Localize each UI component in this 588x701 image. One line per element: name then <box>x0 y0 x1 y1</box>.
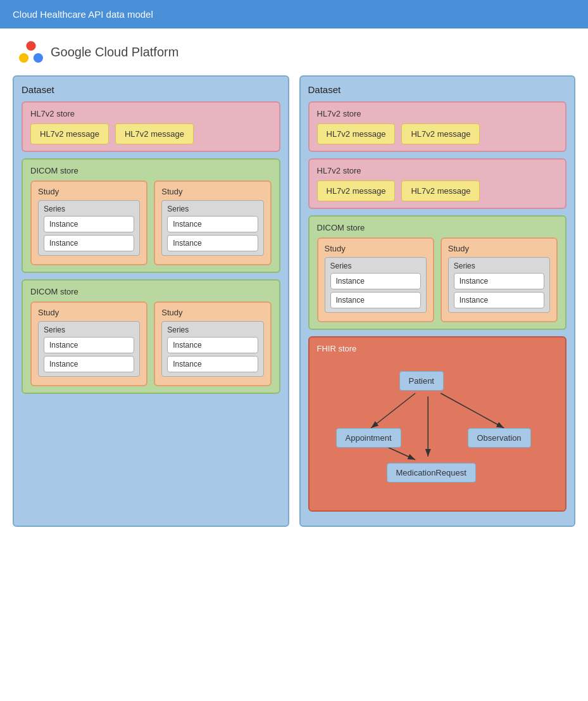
main-content: Dataset HL7v2 store HL7v2 message HL7v2 … <box>0 75 588 540</box>
left-hl7-store: HL7v2 store HL7v2 message HL7v2 message <box>22 101 280 152</box>
gcp-title: Google Cloud Platform <box>51 45 178 60</box>
left-dicom-store-2: DICOM store Study Series Instance Instan… <box>22 279 280 394</box>
right-study-1-label: Study <box>325 244 427 253</box>
left-instance-1-2-1: Instance <box>167 216 258 232</box>
right-instance-1-1: Instance <box>330 273 421 289</box>
left-hl7-store-label: HL7v2 store <box>30 109 272 118</box>
left-hl7-messages: HL7v2 message HL7v2 message <box>30 123 272 144</box>
right-instance-2-2: Instance <box>454 292 544 308</box>
left-hl7-message-2: HL7v2 message <box>115 123 194 144</box>
svg-line-5 <box>441 393 504 428</box>
right-series-1-label: Series <box>330 262 421 270</box>
left-dataset-label: Dataset <box>22 84 280 95</box>
left-dicom-store-2-label: DICOM store <box>30 287 272 296</box>
fhir-node-patient: Patient <box>399 371 444 391</box>
svg-point-1 <box>19 53 28 63</box>
right-dicom-store: DICOM store Study Series Instance Instan… <box>308 215 567 330</box>
left-instance-2-1-2: Instance <box>44 356 134 372</box>
right-hl7-message-1-2: HL7v2 message <box>401 123 480 144</box>
fhir-store: FHIR store <box>308 336 567 512</box>
left-instance-1-1-1: Instance <box>44 216 134 232</box>
left-instance-2-2-1: Instance <box>167 337 258 353</box>
right-dataset-label: Dataset <box>308 84 567 95</box>
right-series-1: Series Instance Instance <box>325 257 427 313</box>
left-series-1-1-label: Series <box>44 205 134 213</box>
left-study-2-1: Study Series Instance Instance <box>30 301 147 386</box>
fhir-store-label: FHIR store <box>317 344 558 353</box>
left-study-1-1: Study Series Instance Instance <box>30 180 147 265</box>
svg-point-2 <box>34 53 43 63</box>
right-study-2-label: Study <box>448 244 550 253</box>
right-hl7-store-1-label: HL7v2 store <box>317 109 558 118</box>
right-dicom-store-studies: Study Series Instance Instance Study Ser… <box>317 237 558 322</box>
right-hl7-store-2: HL7v2 store HL7v2 message HL7v2 message <box>308 158 567 209</box>
svg-line-4 <box>371 393 415 428</box>
fhir-diagram: Patient Appointment Observation Medicati… <box>317 358 558 504</box>
left-series-2-2: Series Instance Instance <box>161 321 263 377</box>
top-bar: Cloud Healthcare API data model <box>0 0 588 28</box>
left-instance-1-2-2: Instance <box>167 235 258 251</box>
left-study-2-1-label: Study <box>38 308 140 317</box>
left-series-1-1: Series Instance Instance <box>38 200 140 256</box>
right-dataset: Dataset HL7v2 store HL7v2 message HL7v2 … <box>299 75 576 527</box>
left-instance-2-1-1: Instance <box>44 337 134 353</box>
right-series-2-label: Series <box>454 262 544 270</box>
left-dicom-store-1-label: DICOM store <box>30 166 272 175</box>
left-dataset: Dataset HL7v2 store HL7v2 message HL7v2 … <box>13 75 289 527</box>
left-series-2-1-label: Series <box>44 325 134 334</box>
right-hl7-store-1: HL7v2 store HL7v2 message HL7v2 message <box>308 101 567 152</box>
gcp-header: Google Cloud Platform <box>0 28 588 75</box>
right-hl7-messages-2: HL7v2 message HL7v2 message <box>317 180 558 201</box>
left-study-2-2: Study Series Instance Instance <box>154 301 271 386</box>
left-dicom-store-1: DICOM store Study Series Instance Instan… <box>22 158 280 273</box>
right-dicom-store-label: DICOM store <box>317 223 558 232</box>
right-instance-2-1: Instance <box>454 273 544 289</box>
left-series-1-2: Series Instance Instance <box>161 200 263 256</box>
right-hl7-message-2-1: HL7v2 message <box>317 180 396 201</box>
left-series-2-1: Series Instance Instance <box>38 321 140 377</box>
left-study-1-1-label: Study <box>38 187 140 196</box>
right-series-2: Series Instance Instance <box>448 257 550 313</box>
left-study-2-2-label: Study <box>161 308 263 317</box>
left-hl7-message-1: HL7v2 message <box>30 123 109 144</box>
left-instance-2-2-2: Instance <box>167 356 258 372</box>
fhir-node-medication-request: MedicationRequest <box>387 463 476 483</box>
left-study-1-2: Study Series Instance Instance <box>154 180 271 265</box>
fhir-node-observation: Observation <box>468 428 531 448</box>
right-hl7-messages-1: HL7v2 message HL7v2 message <box>317 123 558 144</box>
left-instance-1-1-2: Instance <box>44 235 134 251</box>
right-hl7-message-1-1: HL7v2 message <box>317 123 396 144</box>
right-study-2: Study Series Instance Instance <box>441 237 558 322</box>
right-hl7-message-2-2: HL7v2 message <box>401 180 480 201</box>
gcp-logo-icon <box>19 40 43 64</box>
left-series-2-2-label: Series <box>167 325 258 334</box>
left-dicom-store-2-studies: Study Series Instance Instance Study Ser… <box>30 301 272 386</box>
fhir-node-appointment: Appointment <box>336 428 401 448</box>
right-instance-1-2: Instance <box>330 292 421 308</box>
right-hl7-store-2-label: HL7v2 store <box>317 166 558 175</box>
left-study-1-2-label: Study <box>161 187 263 196</box>
svg-point-0 <box>26 41 35 51</box>
right-study-1: Study Series Instance Instance <box>317 237 434 322</box>
top-bar-title: Cloud Healthcare API data model <box>13 9 153 20</box>
left-series-1-2-label: Series <box>167 205 258 213</box>
left-dicom-store-1-studies: Study Series Instance Instance Study Ser… <box>30 180 272 265</box>
